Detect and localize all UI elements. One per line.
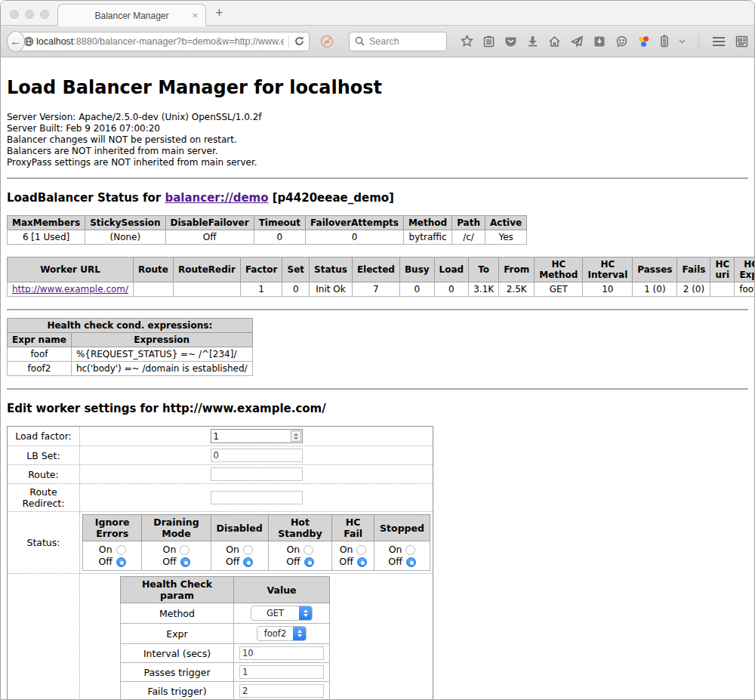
draining-mode-off-radio[interactable] (180, 557, 190, 567)
col-hc-param: Health Check param (121, 577, 234, 603)
col-from: From (499, 257, 535, 282)
load-factor-stepper (211, 429, 303, 443)
disabled-on-radio[interactable] (243, 545, 253, 555)
tab-balancer-manager[interactable]: Balancer Manager × (57, 4, 206, 26)
route-label: Route: (8, 465, 80, 484)
hc-fail-on-radio[interactable] (356, 545, 366, 555)
hot-standby-on-radio[interactable] (304, 545, 313, 555)
cell-load: 0 (434, 282, 469, 297)
col-expression: Expression (71, 333, 252, 347)
cell-method: bytraffic (403, 230, 451, 245)
nav-toolbar: ← localhost:8880/balancer-manager?b=demo… (1, 26, 754, 57)
number-spinner-icon[interactable] (291, 430, 301, 442)
search-bar[interactable] (349, 32, 447, 51)
panel-download-icon[interactable] (593, 35, 606, 48)
radio-off-label: Off (339, 556, 353, 568)
ignore-errors-off-radio[interactable] (116, 557, 126, 567)
ignore-errors-on-radio[interactable] (116, 545, 126, 555)
hc-passes-label: Passes trigger (121, 663, 234, 682)
route-input[interactable] (211, 467, 303, 481)
col-path: Path (452, 216, 485, 230)
minimize-window-button[interactable] (25, 10, 34, 19)
reading-list-icon[interactable] (483, 35, 495, 48)
hc-row-fails: Fails trigger) (121, 682, 330, 700)
cell-maxmembers: 6 [1 Used] (8, 230, 85, 245)
url-host: localhost (36, 36, 73, 47)
overflow-caret-icon[interactable] (679, 39, 686, 44)
route-redirect-input[interactable] (211, 491, 303, 504)
battery-icon[interactable] (660, 35, 669, 48)
hc-method-select[interactable]: GET (251, 606, 313, 621)
stopped-on-radio[interactable] (405, 545, 415, 555)
home-icon[interactable] (548, 35, 561, 48)
zoom-window-button[interactable] (40, 10, 49, 19)
send-icon[interactable] (571, 35, 584, 48)
hc-expr-select[interactable]: foof2 (257, 626, 307, 641)
cell-expr-name: foof (8, 347, 72, 362)
urlbar-divider (288, 35, 289, 48)
search-input[interactable] (369, 36, 441, 47)
col-stopped: Stopped (374, 515, 430, 541)
radio-on-label: On (287, 544, 300, 556)
reload-icon[interactable] (294, 35, 309, 47)
hc-expr-label: Expr (121, 624, 234, 644)
globe-icon (23, 36, 34, 47)
balancer-link[interactable]: balancer://demo (165, 191, 268, 205)
col-timeout: Timeout (254, 216, 305, 230)
menu-icon[interactable] (712, 36, 726, 47)
load-factor-input[interactable] (211, 429, 303, 443)
col-hc-value: Value (234, 577, 330, 603)
form-row-health-check: Health Check param Value Method GET (8, 574, 433, 700)
url-bar[interactable]: localhost:8880/balancer-manager?b=demo&w… (19, 32, 310, 51)
col-load: Load (434, 257, 469, 282)
col-passes: Passes (633, 257, 677, 282)
draining-mode-on-radio[interactable] (180, 545, 190, 555)
radio-off-label: Off (388, 556, 402, 568)
col-hc-fail: HC Fail (332, 515, 374, 541)
pocket-icon[interactable] (504, 35, 517, 48)
form-row-route: Route: (8, 465, 433, 484)
col-hc-interval: HC Interval (583, 257, 633, 282)
page-title: Load Balancer Manager for localhost (7, 77, 748, 98)
hot-standby-off-radio[interactable] (304, 557, 314, 567)
proxypass-note-line: ProxyPass settings are NOT inherited fro… (7, 157, 748, 168)
back-button[interactable]: ← (7, 31, 25, 52)
url-text: localhost:8880/balancer-manager?b=demo&w… (36, 36, 284, 47)
radio-off-label: Off (286, 556, 300, 568)
worker-url-link[interactable]: http://www.example.com/ (12, 284, 128, 294)
stopped-off-radio[interactable] (406, 557, 416, 567)
close-window-button[interactable] (10, 10, 19, 19)
chat-smiley-icon[interactable] (615, 35, 628, 48)
form-row-lb-set: LB Set: (8, 446, 433, 465)
close-tab-icon[interactable]: × (192, 10, 198, 21)
hc-row-interval: Interval (secs) (121, 644, 330, 663)
col-set: Set (282, 257, 310, 282)
hc-fail-off-radio[interactable] (357, 557, 367, 567)
expr-row: foof %{REQUEST_STATUS} =~ /^[234]/ (8, 347, 253, 362)
bookmark-star-icon[interactable] (461, 35, 473, 48)
status-radio-table: Ignore Errors Draining Mode Disabled Hot… (82, 514, 430, 571)
radio-on-label: On (99, 544, 112, 556)
col-hc-expr: HC Expr (735, 257, 755, 282)
hc-method-selected-value: GET (251, 608, 299, 618)
new-tab-button[interactable]: + (215, 5, 223, 21)
cell-failoverattempts: 0 (306, 230, 404, 245)
cell-hc-expr: foof2 (735, 282, 755, 297)
col-active: Active (485, 216, 526, 230)
tile-view-icon[interactable] (735, 35, 748, 48)
disabled-off-radio[interactable] (243, 557, 253, 567)
col-failoverattempts: FailoverAttempts (306, 216, 404, 230)
form-row-status: Status: Ignore Errors Draining Mode Disa… (8, 512, 433, 574)
hc-interval-input[interactable] (239, 646, 324, 660)
radio-on-label: On (226, 544, 239, 556)
radio-on-label: On (340, 544, 353, 556)
table-header-row: Worker URL Route RouteRedir Factor Set S… (8, 257, 755, 282)
hc-passes-input[interactable] (239, 665, 324, 679)
server-built-line: Server Built: Feb 9 2016 07:00:20 (7, 123, 748, 134)
download-icon[interactable] (527, 35, 538, 47)
block-icon[interactable] (320, 35, 334, 48)
colored-dots-icon[interactable] (638, 36, 650, 47)
hc-fails-input[interactable] (239, 684, 324, 698)
lb-set-input[interactable] (211, 449, 303, 462)
table-header-row: MaxMembers StickySession DisableFailover… (8, 216, 527, 230)
